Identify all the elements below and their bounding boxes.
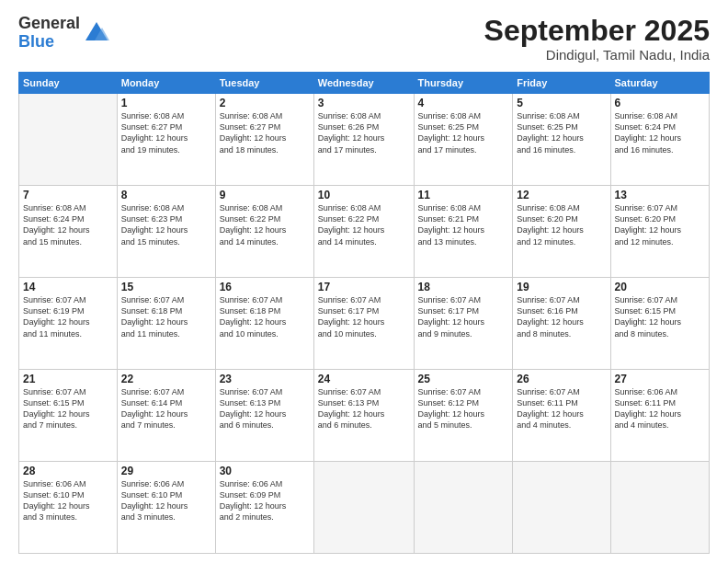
table-cell: 4Sunrise: 6:08 AM Sunset: 6:25 PM Daylig… xyxy=(414,94,513,186)
day-number: 13 xyxy=(615,189,705,201)
day-info: Sunrise: 6:07 AM Sunset: 6:15 PM Dayligh… xyxy=(615,294,705,339)
table-cell: 1Sunrise: 6:08 AM Sunset: 6:27 PM Daylig… xyxy=(117,94,215,186)
table-cell: 13Sunrise: 6:07 AM Sunset: 6:20 PM Dayli… xyxy=(610,186,709,278)
day-info: Sunrise: 6:08 AM Sunset: 6:27 PM Dayligh… xyxy=(121,110,211,155)
day-number: 20 xyxy=(615,281,705,293)
day-number: 23 xyxy=(220,373,310,385)
col-tuesday: Tuesday xyxy=(215,73,313,94)
table-cell: 24Sunrise: 6:07 AM Sunset: 6:13 PM Dayli… xyxy=(313,370,414,462)
day-number: 26 xyxy=(517,373,606,385)
table-cell: 22Sunrise: 6:07 AM Sunset: 6:14 PM Dayli… xyxy=(117,370,215,462)
table-row: 1Sunrise: 6:08 AM Sunset: 6:27 PM Daylig… xyxy=(19,94,710,186)
table-cell: 14Sunrise: 6:07 AM Sunset: 6:19 PM Dayli… xyxy=(19,278,118,370)
day-number: 6 xyxy=(615,97,705,109)
day-number: 5 xyxy=(517,97,606,109)
table-cell xyxy=(313,462,414,554)
day-number: 11 xyxy=(418,189,509,201)
day-info: Sunrise: 6:07 AM Sunset: 6:20 PM Dayligh… xyxy=(615,202,705,247)
page: General Blue September 2025 Dindigul, Ta… xyxy=(0,0,728,563)
month-title: September 2025 xyxy=(484,15,710,47)
table-cell: 2Sunrise: 6:08 AM Sunset: 6:27 PM Daylig… xyxy=(215,94,313,186)
table-cell: 20Sunrise: 6:07 AM Sunset: 6:15 PM Dayli… xyxy=(610,278,709,370)
day-info: Sunrise: 6:08 AM Sunset: 6:24 PM Dayligh… xyxy=(23,202,113,247)
day-number: 29 xyxy=(121,465,211,477)
logo-general: General xyxy=(18,15,80,33)
day-number: 3 xyxy=(318,97,410,109)
table-cell: 29Sunrise: 6:06 AM Sunset: 6:10 PM Dayli… xyxy=(117,462,215,554)
table-cell: 17Sunrise: 6:07 AM Sunset: 6:17 PM Dayli… xyxy=(313,278,414,370)
table-cell: 16Sunrise: 6:07 AM Sunset: 6:18 PM Dayli… xyxy=(215,278,313,370)
day-info: Sunrise: 6:08 AM Sunset: 6:22 PM Dayligh… xyxy=(318,202,410,247)
table-cell: 19Sunrise: 6:07 AM Sunset: 6:16 PM Dayli… xyxy=(513,278,610,370)
day-number: 10 xyxy=(318,189,410,201)
table-cell: 10Sunrise: 6:08 AM Sunset: 6:22 PM Dayli… xyxy=(313,186,414,278)
table-cell: 25Sunrise: 6:07 AM Sunset: 6:12 PM Dayli… xyxy=(414,370,513,462)
table-cell: 3Sunrise: 6:08 AM Sunset: 6:26 PM Daylig… xyxy=(313,94,414,186)
day-number: 1 xyxy=(121,97,211,109)
day-info: Sunrise: 6:07 AM Sunset: 6:17 PM Dayligh… xyxy=(418,294,509,339)
day-number: 25 xyxy=(418,373,509,385)
table-cell: 27Sunrise: 6:06 AM Sunset: 6:11 PM Dayli… xyxy=(610,370,709,462)
day-number: 18 xyxy=(418,281,509,293)
day-info: Sunrise: 6:07 AM Sunset: 6:15 PM Dayligh… xyxy=(23,386,113,431)
day-info: Sunrise: 6:08 AM Sunset: 6:24 PM Dayligh… xyxy=(615,110,705,155)
day-info: Sunrise: 6:08 AM Sunset: 6:22 PM Dayligh… xyxy=(220,202,310,247)
day-number: 2 xyxy=(220,97,310,109)
day-info: Sunrise: 6:07 AM Sunset: 6:14 PM Dayligh… xyxy=(121,386,211,431)
col-wednesday: Wednesday xyxy=(313,73,414,94)
table-row: 7Sunrise: 6:08 AM Sunset: 6:24 PM Daylig… xyxy=(19,186,710,278)
day-info: Sunrise: 6:08 AM Sunset: 6:25 PM Dayligh… xyxy=(418,110,509,155)
table-cell xyxy=(513,462,610,554)
table-cell: 18Sunrise: 6:07 AM Sunset: 6:17 PM Dayli… xyxy=(414,278,513,370)
col-friday: Friday xyxy=(513,73,610,94)
day-info: Sunrise: 6:07 AM Sunset: 6:13 PM Dayligh… xyxy=(220,386,310,431)
col-monday: Monday xyxy=(117,73,215,94)
table-cell: 12Sunrise: 6:08 AM Sunset: 6:20 PM Dayli… xyxy=(513,186,610,278)
table-cell: 11Sunrise: 6:08 AM Sunset: 6:21 PM Dayli… xyxy=(414,186,513,278)
table-cell xyxy=(19,94,118,186)
day-number: 14 xyxy=(23,281,113,293)
day-info: Sunrise: 6:08 AM Sunset: 6:20 PM Dayligh… xyxy=(517,202,606,247)
day-info: Sunrise: 6:07 AM Sunset: 6:11 PM Dayligh… xyxy=(517,386,606,431)
day-number: 21 xyxy=(23,373,113,385)
day-number: 17 xyxy=(318,281,410,293)
day-info: Sunrise: 6:06 AM Sunset: 6:10 PM Dayligh… xyxy=(121,478,211,523)
day-info: Sunrise: 6:07 AM Sunset: 6:18 PM Dayligh… xyxy=(121,294,211,339)
table-row: 14Sunrise: 6:07 AM Sunset: 6:19 PM Dayli… xyxy=(19,278,710,370)
table-cell: 15Sunrise: 6:07 AM Sunset: 6:18 PM Dayli… xyxy=(117,278,215,370)
table-cell: 21Sunrise: 6:07 AM Sunset: 6:15 PM Dayli… xyxy=(19,370,118,462)
day-info: Sunrise: 6:06 AM Sunset: 6:11 PM Dayligh… xyxy=(615,386,705,431)
title-block: September 2025 Dindigul, Tamil Nadu, Ind… xyxy=(484,15,710,63)
logo-blue: Blue xyxy=(18,33,80,52)
calendar-table: Sunday Monday Tuesday Wednesday Thursday… xyxy=(18,72,710,554)
table-cell: 9Sunrise: 6:08 AM Sunset: 6:22 PM Daylig… xyxy=(215,186,313,278)
table-cell: 23Sunrise: 6:07 AM Sunset: 6:13 PM Dayli… xyxy=(215,370,313,462)
table-cell: 6Sunrise: 6:08 AM Sunset: 6:24 PM Daylig… xyxy=(610,94,709,186)
table-cell: 5Sunrise: 6:08 AM Sunset: 6:25 PM Daylig… xyxy=(513,94,610,186)
day-info: Sunrise: 6:08 AM Sunset: 6:27 PM Dayligh… xyxy=(220,110,310,155)
header-row: Sunday Monday Tuesday Wednesday Thursday… xyxy=(19,73,710,94)
logo-text: General Blue xyxy=(18,15,80,52)
col-thursday: Thursday xyxy=(414,73,513,94)
table-cell: 8Sunrise: 6:08 AM Sunset: 6:23 PM Daylig… xyxy=(117,186,215,278)
location: Dindigul, Tamil Nadu, India xyxy=(484,47,710,63)
day-number: 28 xyxy=(23,465,113,477)
day-info: Sunrise: 6:06 AM Sunset: 6:10 PM Dayligh… xyxy=(23,478,113,523)
table-cell xyxy=(610,462,709,554)
logo-icon xyxy=(84,20,109,46)
day-number: 9 xyxy=(220,189,310,201)
day-info: Sunrise: 6:07 AM Sunset: 6:13 PM Dayligh… xyxy=(318,386,410,431)
table-cell: 28Sunrise: 6:06 AM Sunset: 6:10 PM Dayli… xyxy=(19,462,118,554)
table-cell xyxy=(414,462,513,554)
table-cell: 30Sunrise: 6:06 AM Sunset: 6:09 PM Dayli… xyxy=(215,462,313,554)
table-cell: 26Sunrise: 6:07 AM Sunset: 6:11 PM Dayli… xyxy=(513,370,610,462)
day-number: 16 xyxy=(220,281,310,293)
col-saturday: Saturday xyxy=(610,73,709,94)
day-info: Sunrise: 6:08 AM Sunset: 6:26 PM Dayligh… xyxy=(318,110,410,155)
day-info: Sunrise: 6:07 AM Sunset: 6:16 PM Dayligh… xyxy=(517,294,606,339)
day-number: 4 xyxy=(418,97,509,109)
day-number: 19 xyxy=(517,281,606,293)
day-number: 22 xyxy=(121,373,211,385)
day-info: Sunrise: 6:07 AM Sunset: 6:18 PM Dayligh… xyxy=(220,294,310,339)
table-cell: 7Sunrise: 6:08 AM Sunset: 6:24 PM Daylig… xyxy=(19,186,118,278)
